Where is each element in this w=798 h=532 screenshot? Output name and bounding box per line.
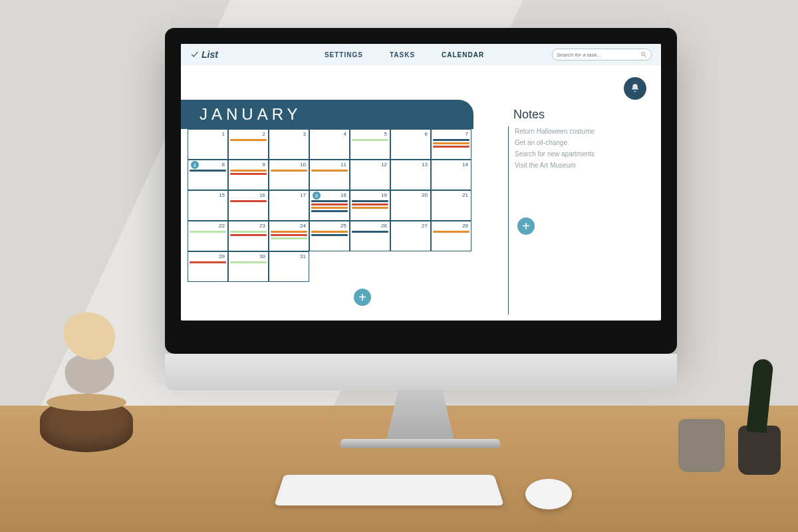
day-number: 16 bbox=[259, 192, 265, 198]
event-bar[interactable] bbox=[271, 234, 307, 236]
event-bar[interactable] bbox=[230, 170, 267, 172]
day-cell[interactable]: 31 bbox=[269, 251, 309, 282]
day-cell[interactable]: 27 bbox=[390, 221, 431, 251]
day-number: 11 bbox=[340, 162, 346, 168]
day-cell[interactable]: 15 bbox=[188, 190, 228, 221]
day-cell[interactable]: 13 bbox=[390, 160, 431, 190]
day-number: 23 bbox=[259, 223, 265, 229]
event-bar[interactable] bbox=[311, 203, 348, 205]
event-bar[interactable] bbox=[271, 170, 307, 172]
day-cell[interactable]: 17 bbox=[269, 190, 309, 221]
event-bars bbox=[352, 231, 388, 233]
event-bar[interactable] bbox=[190, 231, 226, 233]
notifications-button[interactable] bbox=[624, 77, 646, 100]
day-cell[interactable]: 30 bbox=[228, 251, 269, 282]
nav-tasks[interactable]: TASKS bbox=[390, 51, 415, 59]
event-bar[interactable] bbox=[433, 231, 469, 233]
event-bar[interactable] bbox=[352, 139, 388, 141]
event-bar[interactable] bbox=[271, 231, 307, 233]
day-number: 31 bbox=[300, 253, 306, 259]
event-bar[interactable] bbox=[352, 207, 388, 209]
event-bar[interactable] bbox=[433, 142, 469, 144]
brand-logo[interactable]: List bbox=[190, 49, 218, 60]
event-bar[interactable] bbox=[230, 231, 267, 233]
event-bars bbox=[230, 170, 267, 175]
day-cell[interactable]: 23 bbox=[228, 221, 269, 251]
event-bars bbox=[352, 139, 388, 141]
day-cell[interactable]: 12 bbox=[350, 160, 390, 190]
event-bar[interactable] bbox=[271, 237, 307, 239]
search-input[interactable] bbox=[557, 52, 640, 58]
event-bars bbox=[230, 139, 267, 141]
day-cell[interactable]: 11 bbox=[309, 160, 350, 190]
event-bars bbox=[352, 200, 388, 209]
mouse bbox=[525, 479, 572, 509]
event-bar[interactable] bbox=[230, 261, 267, 263]
day-cell[interactable]: 16 bbox=[228, 190, 269, 221]
day-cell[interactable]: 188 bbox=[309, 190, 350, 221]
event-bar[interactable] bbox=[311, 170, 348, 172]
event-bar[interactable] bbox=[311, 231, 348, 233]
day-number: 22 bbox=[219, 223, 225, 229]
event-bar[interactable] bbox=[311, 200, 348, 202]
day-cell[interactable]: 7 bbox=[431, 129, 471, 160]
day-number: 13 bbox=[422, 162, 428, 168]
day-cell[interactable]: 28 bbox=[431, 221, 471, 251]
day-cell[interactable]: 2 bbox=[228, 129, 269, 160]
event-bar[interactable] bbox=[352, 200, 388, 202]
event-bar[interactable] bbox=[230, 234, 267, 236]
event-bars bbox=[230, 261, 267, 263]
day-cell[interactable]: 4 bbox=[309, 129, 350, 160]
bell-icon bbox=[629, 82, 641, 94]
add-note-button[interactable]: + bbox=[517, 217, 535, 235]
day-cell[interactable]: 3 bbox=[269, 129, 309, 160]
day-cell[interactable]: 24 bbox=[269, 221, 309, 251]
event-bar[interactable] bbox=[433, 146, 469, 148]
day-cell[interactable]: 29 bbox=[188, 251, 228, 282]
add-event-button[interactable]: + bbox=[354, 289, 371, 306]
day-number: 27 bbox=[422, 223, 428, 229]
day-cell[interactable]: 21 bbox=[431, 190, 471, 221]
event-bar[interactable] bbox=[190, 261, 226, 263]
event-bar[interactable] bbox=[311, 207, 348, 209]
event-bar[interactable] bbox=[190, 170, 226, 172]
day-number: 9 bbox=[263, 162, 265, 168]
day-cell[interactable]: 22 bbox=[188, 221, 228, 251]
event-bar[interactable] bbox=[352, 203, 388, 205]
day-cell[interactable]: 6 bbox=[390, 129, 431, 160]
day-cell[interactable]: 9 bbox=[228, 160, 269, 190]
day-cell[interactable]: 5 bbox=[350, 129, 390, 160]
day-number: 19 bbox=[381, 192, 387, 198]
day-cell[interactable]: 20 bbox=[390, 190, 431, 221]
note-item[interactable]: Get an oil-change bbox=[515, 137, 646, 148]
event-bar[interactable] bbox=[433, 139, 469, 141]
note-item[interactable]: Search for new apartments bbox=[515, 148, 646, 160]
nav-calendar[interactable]: CALENDAR bbox=[442, 51, 484, 59]
day-number: 30 bbox=[259, 253, 265, 259]
event-bar[interactable] bbox=[230, 173, 267, 175]
day-cell[interactable]: 26 bbox=[350, 221, 390, 251]
day-cell[interactable]: 19 bbox=[350, 190, 390, 221]
day-number: 18 bbox=[340, 192, 346, 198]
event-bar[interactable] bbox=[311, 234, 348, 236]
day-number: 21 bbox=[462, 192, 468, 198]
day-cell[interactable]: 14 bbox=[431, 160, 471, 190]
day-number: 20 bbox=[422, 192, 428, 198]
top-bar: List SETTINGS TASKS CALENDAR bbox=[181, 44, 661, 65]
event-bar[interactable] bbox=[352, 231, 388, 233]
note-item[interactable]: Visit the Art Museum bbox=[515, 160, 646, 171]
day-cell[interactable]: 25 bbox=[309, 221, 350, 251]
event-bar[interactable] bbox=[311, 210, 348, 212]
event-bar[interactable] bbox=[230, 139, 267, 141]
day-cell[interactable]: 10 bbox=[269, 160, 309, 190]
monitor-chin bbox=[165, 354, 677, 390]
day-number: 2 bbox=[263, 131, 265, 137]
monitor-stand-neck bbox=[386, 390, 455, 444]
nav-settings[interactable]: SETTINGS bbox=[325, 51, 363, 59]
search-box[interactable] bbox=[552, 49, 652, 61]
note-item[interactable]: Return Halloween costume bbox=[515, 126, 646, 137]
day-cell[interactable]: 88 bbox=[188, 160, 228, 190]
event-bars bbox=[311, 170, 348, 172]
event-bar[interactable] bbox=[230, 200, 267, 202]
day-cell[interactable]: 1 bbox=[188, 129, 228, 160]
